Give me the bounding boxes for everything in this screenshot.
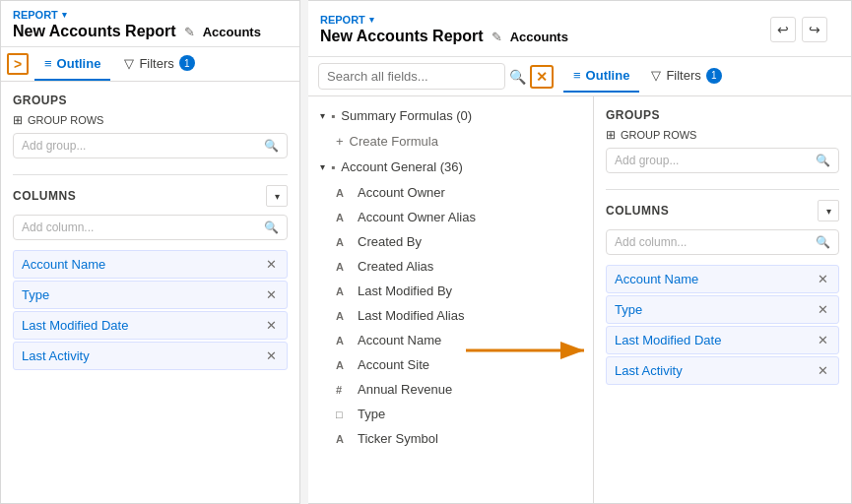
field-item-0[interactable]: A Account Owner xyxy=(308,180,593,205)
right-edit-icon[interactable]: ✎ xyxy=(492,30,502,44)
mid-separator xyxy=(300,0,308,504)
create-formula-item[interactable]: + Create Formula xyxy=(308,129,593,154)
field-item-10[interactable]: A Ticker Symbol xyxy=(308,426,593,451)
right-accounts-badge: Accounts xyxy=(510,30,568,44)
field-type-icon-6: A xyxy=(336,335,350,346)
right-columns-title: Columns xyxy=(606,204,669,218)
right-search-bar: 🔍 ✕ xyxy=(318,57,554,95)
left-tab-bar: > ≡ Outline ▽ Filters 1 xyxy=(1,47,299,82)
summary-chevron-icon: ▾ xyxy=(320,110,325,121)
field-type-icon-7: A xyxy=(336,359,350,371)
field-list: ▾ ▪ Summary Formulas (0) + Create Formul… xyxy=(308,96,593,503)
table-icon-left: ⊞ xyxy=(13,113,23,127)
field-type-icon-0: A xyxy=(336,187,350,199)
left-column-item-1[interactable]: Type ✕ xyxy=(13,281,288,309)
left-column-list: Account Name ✕ Type ✕ Last Modified Date… xyxy=(13,250,288,370)
left-column-item-0[interactable]: Account Name ✕ xyxy=(13,250,288,279)
outline-icon-right: ≡ xyxy=(573,68,581,83)
outline-panel: Groups ⊞ GROUP ROWS Add group... 🔍 Colum… xyxy=(594,96,851,503)
left-remove-col-3[interactable]: ✕ xyxy=(264,348,279,363)
field-category-summary[interactable]: ▾ ▪ Summary Formulas (0) xyxy=(308,102,593,129)
field-item-9[interactable]: □ Type xyxy=(308,402,593,426)
plus-icon: + xyxy=(336,134,344,149)
right-remove-col-3[interactable]: ✕ xyxy=(816,363,830,378)
right-columns-header: Columns ▾ xyxy=(606,200,839,221)
right-report-title: New Accounts Report xyxy=(320,28,484,45)
field-type-icon-2: A xyxy=(336,236,350,248)
column-search-icon-left: 🔍 xyxy=(264,220,279,234)
field-item-2[interactable]: A Created By xyxy=(308,229,593,254)
left-add-group-input[interactable]: Add group... 🔍 xyxy=(13,133,288,158)
field-category-account-general[interactable]: ▾ ▪ Account General (36) xyxy=(308,154,593,180)
tab-outline-right[interactable]: ≡ Outline xyxy=(563,60,639,93)
left-edit-icon[interactable]: ✎ xyxy=(184,25,195,39)
left-column-item-2[interactable]: Last Modified Date ✕ xyxy=(13,311,288,340)
close-search-button[interactable]: ✕ xyxy=(530,65,554,89)
tab-filters-right[interactable]: ▽ Filters 1 xyxy=(641,60,731,94)
left-header: REPORT ▾ New Accounts Report ✎ Accounts xyxy=(1,1,299,47)
right-add-group-input[interactable]: Add group... 🔍 xyxy=(606,148,839,173)
account-general-chevron-icon: ▾ xyxy=(320,161,325,172)
redo-button[interactable]: ↪ xyxy=(802,17,827,42)
left-report-label: REPORT ▾ xyxy=(13,9,288,21)
right-sidebar-body: Groups ⊞ GROUP ROWS Add group... 🔍 Colum… xyxy=(594,96,851,503)
left-accounts-badge: Accounts xyxy=(203,25,261,39)
right-column-list: Account Name ✕ Type ✕ Last Modified Date… xyxy=(606,265,839,385)
left-add-column-input[interactable]: Add column... 🔍 xyxy=(13,215,288,240)
field-item-6[interactable]: A Account Name xyxy=(308,328,593,352)
search-input[interactable] xyxy=(318,63,505,90)
report-chevron-icon: ▾ xyxy=(62,10,67,20)
filter-badge-right: 1 xyxy=(706,68,722,84)
search-magnifier-icon: 🔍 xyxy=(509,69,526,85)
right-groups-title: Groups xyxy=(606,108,839,122)
column-search-icon-right: 🔍 xyxy=(816,235,830,249)
right-add-column-input[interactable]: Add column... 🔍 xyxy=(606,229,839,255)
left-column-item-3[interactable]: Last Activity ✕ xyxy=(13,342,288,370)
field-item-1[interactable]: A Account Owner Alias xyxy=(308,205,593,229)
right-remove-col-2[interactable]: ✕ xyxy=(816,333,830,347)
filter-icon-left: ▽ xyxy=(124,56,134,71)
right-group-rows-label: ⊞ GROUP ROWS xyxy=(606,128,839,142)
field-type-icon-4: A xyxy=(336,285,350,297)
tab-outline-left[interactable]: ≡ Outline xyxy=(34,48,110,81)
right-column-item-3[interactable]: Last Activity ✕ xyxy=(606,356,839,385)
tab-filters-left[interactable]: ▽ Filters 1 xyxy=(114,47,204,81)
left-sidebar-body: Groups ⊞ GROUP ROWS Add group... 🔍 Colum… xyxy=(1,82,299,503)
field-type-icon-10: A xyxy=(336,433,350,445)
folder-account-icon: ▪ xyxy=(331,160,335,174)
right-columns-dropdown-btn[interactable]: ▾ xyxy=(818,200,839,221)
left-columns-dropdown-btn[interactable]: ▾ xyxy=(266,185,288,207)
left-remove-col-1[interactable]: ✕ xyxy=(264,287,279,302)
outline-icon-left: ≡ xyxy=(44,56,52,71)
right-column-item-0[interactable]: Account Name ✕ xyxy=(606,265,839,293)
field-item-8[interactable]: # Annual Revenue xyxy=(308,377,593,402)
right-report-label: REPORT ▾ xyxy=(320,14,568,26)
right-remove-col-1[interactable]: ✕ xyxy=(816,302,830,317)
field-item-7[interactable]: A Account Site xyxy=(308,352,593,377)
field-search-panel: ▾ ▪ Summary Formulas (0) + Create Formul… xyxy=(308,96,594,503)
undo-redo-area: ↩ ↪ xyxy=(770,9,839,50)
field-type-icon-8: # xyxy=(336,384,350,396)
field-item-5[interactable]: A Last Modified Alias xyxy=(308,303,593,328)
undo-button[interactable]: ↩ xyxy=(770,17,796,42)
filter-icon-right: ▽ xyxy=(651,68,661,83)
left-group-rows-label: ⊞ GROUP ROWS xyxy=(13,113,288,127)
field-item-4[interactable]: A Last Modified By xyxy=(308,279,593,303)
right-body: ▾ ▪ Summary Formulas (0) + Create Formul… xyxy=(308,96,851,503)
field-type-icon-5: A xyxy=(336,310,350,322)
field-item-3[interactable]: A Created Alias xyxy=(308,254,593,279)
right-remove-col-0[interactable]: ✕ xyxy=(816,272,830,286)
left-report-title: New Accounts Report xyxy=(13,23,176,40)
left-columns-header: Columns ▾ xyxy=(13,185,288,207)
left-remove-col-2[interactable]: ✕ xyxy=(264,318,279,333)
right-column-item-2[interactable]: Last Modified Date ✕ xyxy=(606,326,839,354)
field-type-icon-1: A xyxy=(336,212,350,223)
field-type-icon-3: A xyxy=(336,261,350,273)
expand-fields-button[interactable]: > xyxy=(7,53,29,75)
left-remove-col-0[interactable]: ✕ xyxy=(264,257,279,272)
field-type-icon-9: □ xyxy=(336,409,350,420)
right-column-item-1[interactable]: Type ✕ xyxy=(606,295,839,324)
right-report-chevron-icon: ▾ xyxy=(369,15,374,25)
left-groups-title: Groups xyxy=(13,94,288,107)
filter-badge-left: 1 xyxy=(179,55,195,71)
